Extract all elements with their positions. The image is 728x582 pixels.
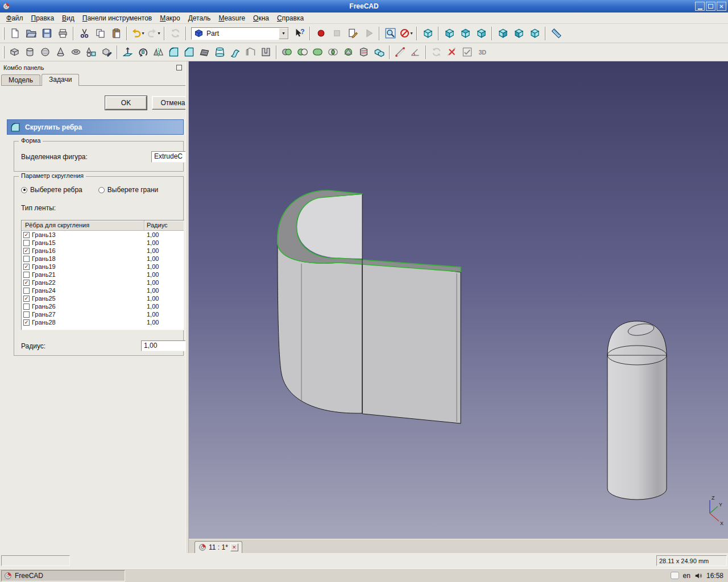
view-bottom-button[interactable] [511,26,527,41]
part-chamfer-button[interactable] [181,45,197,60]
edge-row[interactable]: ✓Грань251,00 [22,294,184,302]
shape-tail-face[interactable] [362,260,461,423]
measure-refresh-button[interactable] [429,45,444,60]
edge-radius[interactable]: 1,00 [141,271,159,278]
save-button[interactable] [39,26,55,41]
edge-row[interactable]: Грань271,00 [22,310,184,318]
ok-button[interactable]: OK [105,96,147,110]
edge-row[interactable]: ✓Грань131,00 [22,231,184,239]
edge-radius[interactable]: 1,00 [141,311,159,318]
edges-column-header[interactable]: Рёбра для скругления [22,221,144,230]
menu-Правка[interactable]: Правка [27,13,59,23]
keyboard-layout-indicator[interactable]: en [683,572,690,580]
part-primitives-button[interactable] [84,45,99,60]
edge-radius[interactable]: 1,00 [141,319,159,326]
view-fit-all-button[interactable] [382,26,398,41]
edge-radius[interactable]: 1,00 [141,303,159,310]
edges-table[interactable]: Рёбра для скругления Радиус ✓Грань131,00… [21,220,184,330]
edge-checkbox[interactable]: ✓ [23,296,30,302]
tab-tasks[interactable]: Задачи [42,74,79,86]
menu-Вид[interactable]: Вид [58,13,78,23]
edge-checkbox[interactable]: ✓ [23,280,30,286]
edge-radius[interactable]: 1,00 [141,247,159,254]
edge-checkbox[interactable]: ✓ [23,319,30,326]
measure-toggle-3d-button[interactable]: 3D [475,45,490,60]
part-torus-button[interactable] [68,45,84,60]
edge-checkbox[interactable]: ✓ [23,248,30,254]
menu-Макро[interactable]: Макро [156,13,184,23]
edge-row[interactable]: ✓Грань221,00 [22,278,184,286]
edge-checkbox[interactable] [23,256,30,262]
part-section-button[interactable] [341,45,356,60]
edge-radius[interactable]: 1,00 [141,295,159,302]
part-box-button[interactable] [7,45,22,60]
toolbar-handle[interactable] [3,46,5,59]
paste-button[interactable] [108,26,124,41]
dropdown-arrow-icon[interactable]: ▾ [158,31,160,36]
measure-toggle-all-button[interactable] [460,45,475,60]
edge-radius[interactable]: 1,00 [141,279,159,286]
view-left-button[interactable] [527,26,543,41]
edge-row[interactable]: ✓Грань191,00 [22,263,184,271]
view-right-button[interactable] [473,26,489,41]
print-button[interactable] [55,26,71,41]
part-compound-button[interactable] [371,45,387,60]
macro-play-button[interactable] [361,26,377,41]
speaker-icon[interactable] [694,572,702,580]
measure-clear-all-button[interactable] [444,45,460,60]
edge-radius[interactable]: 1,00 [141,239,159,246]
select-faces-radio[interactable]: Выберете грани [98,186,158,194]
edge-row[interactable]: Грань241,00 [22,286,184,294]
view-top-button[interactable] [457,26,473,41]
view-axonometric-button[interactable] [420,26,436,41]
radius-input[interactable]: 1,00 [141,340,185,351]
tab-model[interactable]: Модель [1,74,40,85]
edge-row[interactable]: ✓Грань161,00 [22,247,184,255]
part-cone-button[interactable] [53,45,68,60]
part-offset-button[interactable] [243,45,258,60]
taskbar-freecad-button[interactable]: FreeCAD [1,570,125,581]
minimize-button[interactable] [695,2,705,11]
radius-column-header[interactable]: Радиус [144,221,184,230]
edge-checkbox[interactable]: ✓ [23,264,30,270]
edge-checkbox[interactable] [23,240,30,246]
cut-button[interactable] [76,26,92,41]
maximize-button[interactable] [706,2,715,11]
edge-row[interactable]: Грань151,00 [22,239,184,247]
select-edges-radio[interactable]: Выберете ребра [21,186,82,194]
macro-stop-button[interactable] [329,26,345,41]
redo-button[interactable]: ▾ [146,26,162,41]
workbench-selector[interactable]: Part▼ [191,27,289,40]
edge-checkbox[interactable] [23,311,30,318]
toolbar-handle[interactable] [3,27,5,40]
measure-angular-button[interactable] [408,45,423,60]
shape-left-face[interactable] [278,244,362,413]
whats-this-button[interactable]: ? [291,26,307,41]
part-extrude-button[interactable] [120,45,135,60]
menu-Деталь[interactable]: Деталь [184,13,215,23]
edge-row[interactable]: Грань181,00 [22,255,184,263]
menu-Справка[interactable]: Справка [273,13,308,23]
view-front-button[interactable] [441,26,457,41]
measure-linear-button[interactable] [392,45,408,60]
3d-viewport[interactable]: Z Y X 11 : 1* ✕ [189,61,728,553]
cancel-button[interactable]: Отмена [152,96,185,110]
view-rear-button[interactable] [495,26,511,41]
edge-radius[interactable]: 1,00 [141,255,159,262]
edge-row[interactable]: Грань261,00 [22,302,184,310]
titlebar[interactable]: FreeCAD ✕ [0,0,728,13]
cylinder-body[interactable] [607,355,667,500]
part-boolean-common-button[interactable] [325,45,341,60]
document-tab[interactable]: 11 : 1* ✕ [195,541,242,553]
workbench-dropdown-arrow[interactable]: ▼ [279,28,288,39]
edge-checkbox[interactable] [23,288,30,294]
refresh-button[interactable] [167,26,183,41]
dropdown-arrow-icon[interactable]: ▾ [142,31,144,36]
part-shape-builder-button[interactable] [99,45,114,60]
part-fillet-button[interactable] [166,45,181,60]
part-boolean-union-button[interactable] [310,45,325,60]
part-revolve-button[interactable] [135,45,151,60]
edge-row[interactable]: ✓Грань281,00 [22,318,184,326]
part-mirror-button[interactable] [151,45,166,60]
part-ruled-surface-button[interactable] [197,45,212,60]
